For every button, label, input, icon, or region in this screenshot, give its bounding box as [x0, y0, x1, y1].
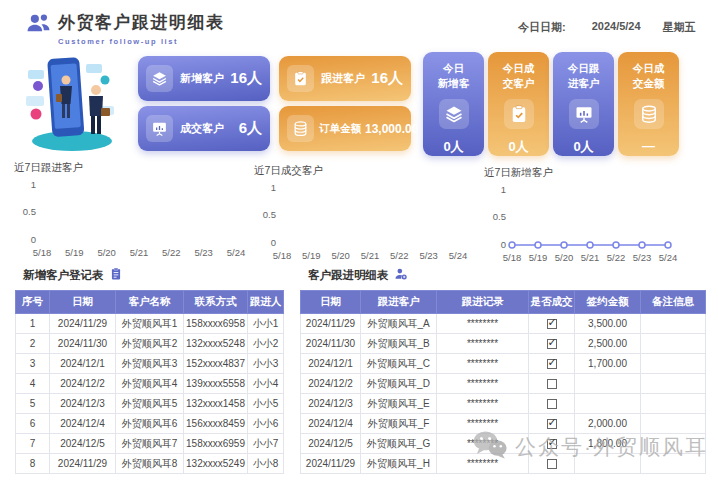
- table-cell: 8: [16, 454, 50, 474]
- svg-text:1: 1: [271, 182, 276, 193]
- table-cell-record: ********: [437, 414, 529, 434]
- svg-text:1: 1: [501, 184, 506, 195]
- new-customer-table-title: 新增客户登记表: [23, 267, 284, 283]
- table-row: 2024/12/2外贸顺风耳_D********: [301, 374, 706, 394]
- table-cell-deal: [529, 394, 575, 414]
- column-header: 跟进人: [248, 291, 284, 314]
- table-cell-note: [641, 374, 706, 394]
- svg-text:5/24: 5/24: [227, 247, 246, 258]
- date-value: 2024/5/24: [592, 20, 641, 35]
- table-cell-amount: 1,700.00: [575, 354, 641, 374]
- table-cell: 2024/12/4: [50, 414, 116, 434]
- table-cell: 132xxxx5248: [184, 334, 248, 354]
- svg-text:5/19: 5/19: [529, 252, 548, 263]
- table-row: 72024/12/5外贸顺风耳7158xxxx6959小小7: [16, 434, 284, 454]
- table-cell-amount: [575, 374, 641, 394]
- column-header: 备注信息: [641, 291, 706, 314]
- today-card-label: 今日成交客户: [488, 61, 549, 90]
- svg-text:0.5: 0.5: [23, 206, 36, 217]
- header: 外贸客户跟进明细表 Customer follow-up list: [26, 11, 225, 46]
- today-cards: 今日新增客0人今日成交客户0人今日跟进客户0人今日成交金额—: [423, 52, 679, 156]
- table-row: 2024/12/1外贸顺风耳_C********1,700.00: [301, 354, 706, 374]
- svg-text:5/22: 5/22: [607, 252, 626, 263]
- table-cell-note: [641, 314, 706, 334]
- today-card-1: 今日新增客0人: [423, 52, 484, 156]
- table-cell-record: ********: [437, 354, 529, 374]
- chart-title: 近7日跟进客户: [14, 161, 250, 175]
- weekday-value: 星期五: [663, 20, 696, 35]
- stat-card-1: 新增客户16人: [138, 56, 270, 101]
- layers-icon: [439, 99, 469, 129]
- table-cell: 2024/12/1: [50, 354, 116, 374]
- today-card-value: 0人: [553, 138, 614, 156]
- svg-text:5/23: 5/23: [419, 250, 438, 261]
- table-cell: 外贸顺风耳8: [116, 454, 184, 474]
- mini-chart-1: 近7日跟进客户10.505/185/195/205/215/225/235/24: [10, 161, 250, 260]
- table-cell: 5: [16, 394, 50, 414]
- table-cell-note: [641, 414, 706, 434]
- deal-checkbox[interactable]: [547, 359, 557, 369]
- today-card-value: 0人: [423, 138, 484, 156]
- coins-icon: [634, 99, 664, 129]
- table-cell-customer: 外贸顺风耳_A: [361, 314, 437, 334]
- table-cell: 小小1: [248, 314, 284, 334]
- table-cell: 1: [16, 314, 50, 334]
- person-add-icon: [394, 267, 408, 283]
- stat-card-label: 新增客户: [180, 71, 224, 86]
- table-cell-note: [641, 334, 706, 354]
- table-cell: 2024/11/29: [50, 314, 116, 334]
- table-cell-customer: 外贸顺风耳_H: [361, 454, 437, 474]
- table-cell-date: 2024/11/29: [301, 314, 361, 334]
- table-cell-deal: [529, 314, 575, 334]
- new-customer-section: 新增客户登记表 序号日期客户名称联系方式跟进人12024/11/29外贸顺风耳1…: [15, 267, 284, 474]
- table-row: 62024/12/4外贸顺风耳6156xxxx8459小小6: [16, 414, 284, 434]
- clipboard-check-icon: [504, 99, 534, 129]
- stat-card-value: 16人: [371, 69, 403, 88]
- svg-text:5/20: 5/20: [555, 252, 574, 263]
- table-row: 82024/11/29外贸顺风耳8132xxxx5249小小8: [16, 454, 284, 474]
- page-title: 外贸客户跟进明细表: [58, 11, 225, 34]
- deal-checkbox[interactable]: [547, 379, 557, 389]
- deal-checkbox[interactable]: [547, 439, 557, 449]
- svg-text:5/19: 5/19: [65, 247, 84, 258]
- svg-text:5/18: 5/18: [503, 252, 522, 263]
- deal-checkbox[interactable]: [547, 459, 557, 469]
- table-cell-deal: [529, 414, 575, 434]
- table-cell-amount: 2,500.00: [575, 334, 641, 354]
- table-cell-date: 2024/12/1: [301, 354, 361, 374]
- mini-chart-3: 近7日新增客户10.505/185/195/205/215/225/235/24: [480, 166, 682, 265]
- table-cell-deal: [529, 334, 575, 354]
- date-row: 今日日期: 2024/5/24 星期五: [518, 20, 696, 35]
- stat-card-value: 16人: [230, 69, 262, 88]
- table-cell: 外贸顺风耳5: [116, 394, 184, 414]
- deal-checkbox[interactable]: [547, 319, 557, 329]
- column-header: 序号: [16, 291, 50, 314]
- table-cell: 4: [16, 374, 50, 394]
- column-header: 日期: [50, 291, 116, 314]
- chart-title: 近7日成交客户: [254, 164, 472, 178]
- table-cell: 132xxxx1458: [184, 394, 248, 414]
- deal-checkbox[interactable]: [547, 399, 557, 409]
- stat-card-value: 13,000.00: [365, 122, 418, 136]
- deal-checkbox[interactable]: [547, 339, 557, 349]
- table-cell-record: ********: [437, 434, 529, 454]
- table-row: 22024/11/30外贸顺风耳2132xxxx5248小小2: [16, 334, 284, 354]
- table-row: 2024/12/5外贸顺风耳_G********1,800.00: [301, 434, 706, 454]
- follow-up-section: 客户跟进明细表 日期跟进客户跟进记录是否成交签约金额备注信息2024/11/29…: [300, 267, 706, 474]
- column-header: 是否成交: [529, 291, 575, 314]
- mini-chart-2: 近7日成交客户10.505/185/195/205/215/225/235/24: [250, 164, 472, 263]
- svg-text:5/23: 5/23: [194, 247, 213, 258]
- deal-checkbox[interactable]: [547, 419, 557, 429]
- svg-text:0: 0: [31, 234, 36, 245]
- form-icon: [109, 267, 123, 283]
- table-cell: 2: [16, 334, 50, 354]
- business-illustration: [12, 50, 124, 160]
- svg-text:0.5: 0.5: [263, 209, 276, 220]
- column-header: 签约金额: [575, 291, 641, 314]
- coins-icon: [287, 115, 314, 142]
- table-cell-record: ********: [437, 334, 529, 354]
- table-cell: 外贸顺风耳4: [116, 374, 184, 394]
- svg-text:1: 1: [31, 179, 36, 190]
- table-cell: 7: [16, 434, 50, 454]
- page-subtitle: Customer follow-up list: [58, 37, 225, 46]
